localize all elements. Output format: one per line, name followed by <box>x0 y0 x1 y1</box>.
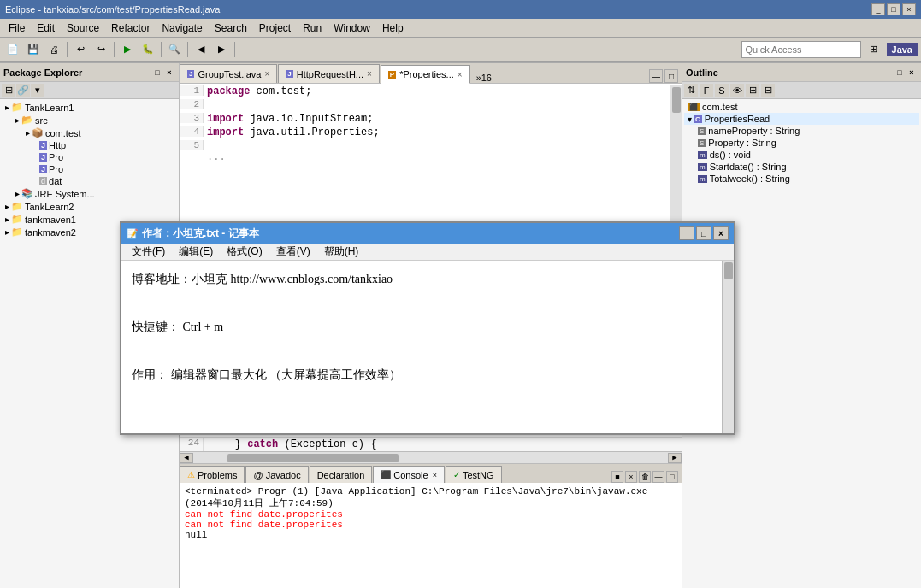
tree-item-src[interactable]: ▸ 📂 src <box>2 114 177 126</box>
maximize-button[interactable]: □ <box>887 3 900 15</box>
console-minimize-button[interactable]: — <box>652 471 664 483</box>
tree-item-pro2[interactable]: J Pro <box>2 163 177 175</box>
menu-project[interactable]: Project <box>254 21 296 36</box>
outline-item-field1[interactable]: S nameProperty : String <box>684 125 919 137</box>
scroll-right-button[interactable]: ▶ <box>668 453 682 463</box>
outline-close-button[interactable]: × <box>906 67 918 79</box>
close-icon[interactable]: × <box>433 471 437 479</box>
tree-item-tanklearn1[interactable]: ▸ 📁 TankLearn1 <box>2 101 177 114</box>
tab-grouptest[interactable]: J GroupTest.java × <box>180 64 277 83</box>
editor-maximize-button[interactable]: □ <box>664 69 678 83</box>
tab-close-button[interactable]: × <box>458 70 463 79</box>
link-with-editor-button[interactable]: 🔗 <box>16 84 30 97</box>
tab-properties[interactable]: P *Properties... × <box>381 65 470 84</box>
outline-toolbar: ⇅ F S 👁 ⊞ ⊟ <box>682 82 921 99</box>
menu-window[interactable]: Window <box>328 21 375 36</box>
java-perspective-badge[interactable]: Java <box>887 43 918 56</box>
console-maximize-button[interactable]: □ <box>666 471 678 483</box>
menu-file[interactable]: File <box>3 21 30 36</box>
tree-item-tanklearn2[interactable]: ▸ 📁 TankLearn2 <box>2 200 177 213</box>
view-menu-button[interactable]: ▾ <box>31 84 44 97</box>
next-button[interactable]: ▶ <box>212 40 231 59</box>
notepad-scroll-thumb[interactable] <box>724 262 733 279</box>
notepad-menu-format[interactable]: 格式(O) <box>220 243 269 261</box>
outline-label: Startdate() : String <box>710 162 787 172</box>
console-terminate-button[interactable]: ■ <box>611 471 623 483</box>
quick-access-input[interactable] <box>741 41 861 58</box>
console-remove-button[interactable]: × <box>625 471 637 483</box>
notepad-menu-file[interactable]: 文件(F) <box>125 243 172 261</box>
menu-source[interactable]: Source <box>62 21 104 36</box>
tree-item-pro1[interactable]: J Pro <box>2 151 177 163</box>
close-panel-button[interactable]: × <box>163 67 175 79</box>
print-button[interactable]: 🖨 <box>44 40 63 59</box>
run-button[interactable]: ▶ <box>118 40 137 59</box>
menu-edit[interactable]: Edit <box>32 21 60 36</box>
editor-minimize-button[interactable]: — <box>649 69 663 83</box>
search-toolbar-button[interactable]: 🔍 <box>165 40 184 59</box>
debug-button[interactable]: 🐛 <box>139 40 157 59</box>
perspectives-button[interactable]: ⊞ <box>865 40 883 59</box>
notepad-minimize-button[interactable]: _ <box>679 226 694 240</box>
notepad-menu-edit[interactable]: 编辑(E) <box>172 243 220 261</box>
expand-all-button[interactable]: ⊞ <box>746 84 759 97</box>
tab-close-button[interactable]: × <box>367 69 372 79</box>
notepad-line-3: 快捷键： Ctrl + m <box>132 315 711 339</box>
outline-item-method2[interactable]: m Startdate() : String <box>684 161 919 173</box>
notepad-close-button[interactable]: × <box>713 226 729 240</box>
new-button[interactable]: 📄 <box>3 40 22 59</box>
tab-declaration[interactable]: Declaration <box>310 466 373 483</box>
outline-maximize-button[interactable]: □ <box>894 67 906 79</box>
outline-item-method1[interactable]: m ds() : void <box>684 149 919 161</box>
maximize-panel-button[interactable]: □ <box>151 67 163 79</box>
tree-item-jre[interactable]: ▸ 📚 JRE System... <box>2 187 177 200</box>
hide-fields-button[interactable]: F <box>700 84 713 97</box>
hide-static-fields-button[interactable]: S <box>715 84 729 97</box>
tab-testng[interactable]: ✓ TestNG <box>446 466 502 483</box>
notepad-menu-view[interactable]: 查看(V) <box>269 243 317 261</box>
tab-overflow-button[interactable]: »16 <box>471 73 497 83</box>
notepad-scrollbar[interactable] <box>722 261 734 433</box>
outline-minimize-button[interactable]: — <box>882 67 894 79</box>
notepad-menu-help[interactable]: 帮助(H) <box>317 243 366 261</box>
menu-run[interactable]: Run <box>298 21 327 36</box>
outline-item-method3[interactable]: m Totalweek() : String <box>684 173 919 185</box>
tab-javadoc[interactable]: @ Javadoc <box>245 466 308 483</box>
notepad-text-area[interactable]: 博客地址：小坦克 http://www.cnblogs.com/tankxiao… <box>121 261 722 433</box>
scroll-thumb-h[interactable] <box>227 454 399 462</box>
package-icon: 📦 <box>32 127 44 138</box>
scroll-left-button[interactable]: ◀ <box>180 453 193 463</box>
minimize-panel-button[interactable]: — <box>139 67 151 79</box>
save-button[interactable]: 💾 <box>24 40 43 59</box>
editor-horizontal-scrollbar[interactable]: ◀ ▶ <box>180 451 682 463</box>
minimize-button[interactable]: _ <box>871 3 885 15</box>
outline-item-package[interactable]: ⬛ com.test <box>684 101 919 113</box>
notepad-maximize-button[interactable]: □ <box>696 226 711 240</box>
menu-navigate[interactable]: Navigate <box>156 21 207 36</box>
tree-item-http[interactable]: J Http <box>2 139 177 151</box>
menu-help[interactable]: Help <box>377 21 409 36</box>
tab-close-button[interactable]: × <box>264 69 269 79</box>
menu-search[interactable]: Search <box>210 21 252 36</box>
tab-console[interactable]: ⬛ Console × <box>373 466 445 483</box>
editor-scroll-thumb[interactable] <box>672 87 681 113</box>
outline-title: Outline <box>686 68 718 78</box>
collapse-all-button[interactable]: ⊟ <box>2 84 15 97</box>
console-output-line-1: null <box>185 530 676 540</box>
console-clear-button[interactable]: 🗑 <box>639 471 651 483</box>
undo-button[interactable]: ↩ <box>71 40 90 59</box>
tree-item-com-test[interactable]: ▸ 📦 com.test <box>2 126 177 139</box>
sort-button[interactable]: ⇅ <box>684 84 698 97</box>
prev-button[interactable]: ◀ <box>192 40 210 59</box>
tab-httprequest[interactable]: J HttpRequestH... × <box>278 64 380 83</box>
outline-item-class[interactable]: ▾ C PropertiesRead <box>684 113 919 125</box>
outline-item-field2[interactable]: S Property : String <box>684 137 919 149</box>
redo-button[interactable]: ↪ <box>92 40 110 59</box>
hide-nonpublic-button[interactable]: 👁 <box>730 84 744 97</box>
menu-refactor[interactable]: Refactor <box>106 21 155 36</box>
tree-label: Pro <box>49 164 63 174</box>
tab-problems[interactable]: ⚠ Problems <box>180 466 245 483</box>
tree-item-dat[interactable]: d dat <box>2 175 177 187</box>
collapse-all-button[interactable]: ⊟ <box>761 84 775 97</box>
close-button[interactable]: × <box>902 3 916 15</box>
